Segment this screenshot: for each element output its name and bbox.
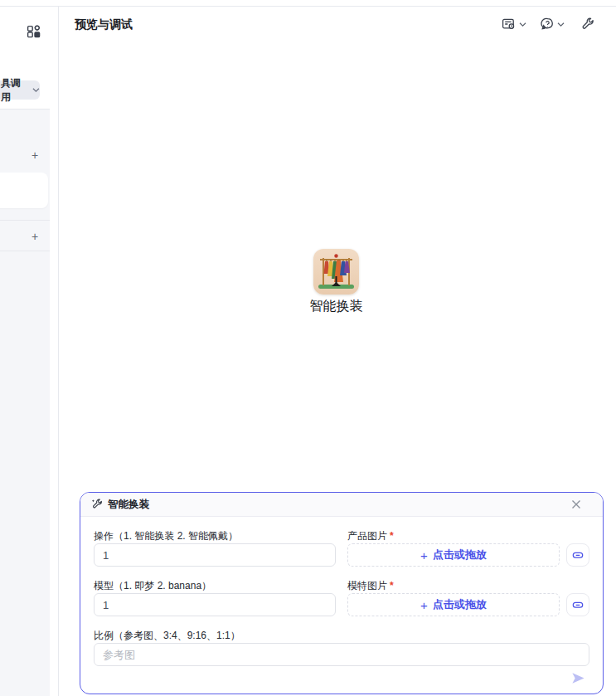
plus-icon: +	[32, 149, 38, 161]
panel-header: 智能换装	[80, 493, 603, 517]
field-ratio: 比例（参考图、3:4、9:16、1:1）	[94, 630, 589, 666]
page-title: 预览与调试	[75, 17, 133, 32]
required-mark: *	[390, 580, 394, 591]
send-button[interactable]	[570, 669, 586, 686]
model-image-dropzone[interactable]: + 点击或拖放	[347, 593, 560, 616]
link-icon	[571, 548, 584, 562]
sidebar-section-tool-call[interactable]: 具调用	[0, 80, 40, 100]
dropzone-label: 点击或拖放	[433, 597, 487, 612]
field-label: 模特图片 *	[347, 580, 589, 591]
model-input[interactable]	[94, 593, 336, 616]
apps-grid-icon	[27, 24, 41, 38]
action-input[interactable]	[94, 543, 336, 567]
plus-icon: +	[32, 231, 38, 242]
add-item-button[interactable]: +	[27, 148, 42, 163]
sidebar-divider	[0, 251, 50, 251]
app-icon[interactable]	[313, 249, 359, 294]
tools-wrench-icon	[581, 17, 594, 31]
ratio-input[interactable]	[94, 643, 589, 666]
product-image-link-button[interactable]	[566, 543, 589, 567]
chevron-down-icon	[519, 22, 526, 27]
dropzone-label: 点击或拖放	[433, 548, 487, 562]
preview-record-icon	[502, 17, 516, 31]
top-divider	[0, 6, 616, 7]
panel-body: 操作（1. 智能换装 2. 智能佩戴） 产品图片 * + 点击或拖放	[80, 517, 603, 666]
sidebar-section-label: 具调用	[1, 76, 30, 105]
tool-test-panel: 智能换装 操作（1. 智能换装 2. 智能佩戴） 产品图片	[80, 492, 604, 694]
header-toolbar	[502, 17, 594, 32]
chevron-down-icon	[32, 87, 40, 93]
send-icon	[570, 670, 586, 686]
app-name-label: 智能换装	[274, 298, 399, 315]
debug-think-icon	[541, 17, 554, 31]
field-product-image: 产品图片 * + 点击或拖放	[347, 530, 589, 567]
content-left-border	[58, 7, 59, 696]
apps-grid-button[interactable]	[22, 19, 45, 42]
link-icon	[571, 598, 584, 611]
model-image-link-button[interactable]	[566, 593, 589, 616]
clothes-rack-illustration	[313, 249, 359, 294]
debug-think-dropdown[interactable]	[541, 17, 565, 31]
field-label: 操作（1. 智能换装 2. 智能佩戴）	[94, 530, 336, 542]
required-mark: *	[390, 530, 394, 542]
sidebar-content: + +	[0, 109, 50, 696]
field-label: 模型（1. 即梦 2. banana）	[94, 580, 336, 591]
add-item-button[interactable]: +	[27, 229, 42, 244]
field-label: 产品图片 *	[347, 530, 589, 542]
plus-icon: +	[420, 549, 428, 562]
magic-wrench-icon	[91, 499, 103, 510]
field-action: 操作（1. 智能换装 2. 智能佩戴）	[94, 530, 336, 567]
left-sidebar: 具调用 + +	[0, 7, 50, 696]
selected-tool-card[interactable]	[0, 173, 48, 208]
preview-debug-page: 具调用 + + 预览与调试	[0, 0, 616, 696]
product-image-dropzone[interactable]: + 点击或拖放	[347, 543, 560, 567]
field-model: 模型（1. 即梦 2. banana）	[94, 580, 336, 616]
close-icon	[570, 499, 582, 510]
chevron-down-icon	[557, 22, 565, 27]
tools-wrench-button[interactable]	[581, 17, 594, 31]
sidebar-divider	[0, 220, 50, 221]
field-model-image: 模特图片 * + 点击或拖放	[347, 580, 589, 616]
plus-icon: +	[420, 599, 428, 611]
preview-record-dropdown[interactable]	[502, 17, 526, 31]
field-label: 比例（参考图、3:4、9:16、1:1）	[94, 630, 589, 641]
close-button[interactable]	[570, 498, 583, 511]
panel-title: 智能换装	[108, 498, 149, 512]
